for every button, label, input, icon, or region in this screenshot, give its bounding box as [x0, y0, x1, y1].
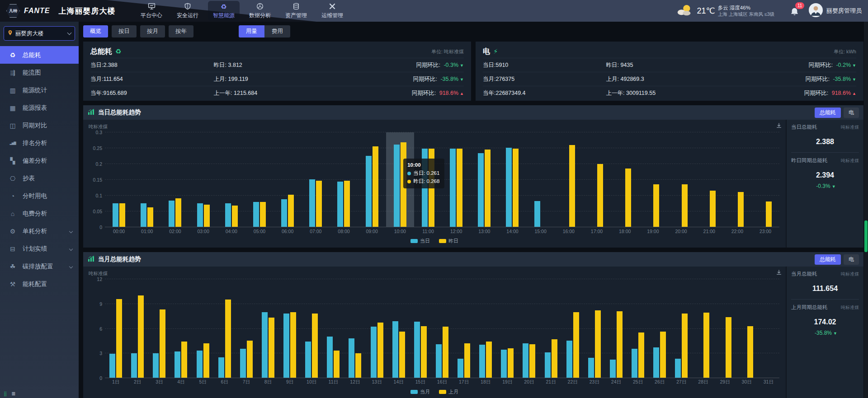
legend-item-上月[interactable]: 上月 — [439, 389, 458, 395]
bar-昨日[interactable] — [457, 149, 462, 227]
bar-group-00:00[interactable] — [105, 132, 133, 227]
bar-昨日[interactable] — [119, 203, 125, 227]
bar-昨日[interactable] — [485, 150, 491, 227]
sidebar-item-6[interactable]: ▂▅▇排名分析 — [0, 134, 79, 152]
chart-unit-button-电[interactable]: 电 — [844, 108, 859, 118]
bar-当月[interactable] — [479, 345, 485, 378]
bar-上月[interactable] — [247, 341, 253, 378]
bar-上月[interactable] — [138, 295, 144, 378]
bar-昨日[interactable] — [232, 206, 238, 227]
chart-unit-button-电[interactable]: 电 — [844, 254, 859, 265]
bar-当月[interactable] — [240, 349, 246, 378]
bar-group-22日[interactable] — [562, 279, 584, 378]
sidebar-item-10[interactable]: ⌂电费分析 — [0, 205, 79, 222]
bar-group-13日[interactable] — [366, 279, 388, 378]
bar-上月[interactable] — [421, 326, 427, 378]
bar-昨日[interactable] — [204, 205, 210, 227]
bar-group-9日[interactable] — [279, 279, 301, 378]
bar-昨日[interactable] — [738, 192, 744, 227]
bar-group-14日[interactable] — [388, 279, 410, 378]
bar-昨日[interactable] — [766, 201, 772, 227]
bar-昨日[interactable] — [625, 169, 631, 227]
sidebar-item-13[interactable]: ☘碳排放配置 — [0, 258, 79, 275]
bar-group-20日[interactable] — [518, 279, 540, 378]
bar-当月[interactable] — [349, 338, 354, 378]
legend-item-当日[interactable]: 当日 — [410, 238, 430, 244]
bar-当月[interactable] — [523, 343, 528, 378]
bar-当日[interactable] — [253, 202, 259, 227]
bar-昨日[interactable] — [513, 149, 519, 227]
bar-上月[interactable] — [617, 311, 623, 378]
bar-group-21:00[interactable] — [695, 132, 723, 227]
bar-上月[interactable] — [638, 332, 644, 378]
bar-昨日[interactable] — [682, 184, 688, 227]
bar-昨日[interactable] — [175, 198, 181, 227]
notification-bell-icon[interactable]: 11 — [790, 4, 802, 18]
bar-group-17日[interactable] — [453, 279, 475, 378]
bar-group-20:00[interactable] — [667, 132, 695, 227]
bar-昨日[interactable] — [316, 181, 322, 227]
bar-group-05:00[interactable] — [245, 132, 274, 227]
bar-上月[interactable] — [203, 343, 209, 378]
legend-item-昨日[interactable]: 昨日 — [439, 238, 458, 244]
nav-item-5[interactable]: 资产管理 — [280, 1, 312, 21]
bar-group-10日[interactable] — [301, 279, 322, 378]
legend-item-当月[interactable]: 当月 — [410, 389, 430, 395]
bar-当月[interactable] — [588, 358, 594, 378]
bar-昨日[interactable] — [373, 146, 378, 227]
bar-group-22:00[interactable] — [723, 132, 751, 227]
nav-item-6[interactable]: 运维管理 — [316, 1, 348, 21]
bar-group-5日[interactable] — [192, 279, 214, 378]
bar-group-27日[interactable] — [670, 279, 692, 378]
bar-group-02:00[interactable] — [161, 132, 189, 227]
nav-item-3[interactable]: ♻智慧能源 — [208, 1, 240, 21]
bar-上月[interactable] — [399, 332, 405, 378]
bar-group-01:00[interactable] — [133, 132, 161, 227]
bar-当日[interactable] — [281, 199, 287, 227]
bar-group-06:00[interactable] — [274, 132, 302, 227]
bar-当月[interactable] — [153, 353, 159, 378]
bar-当日[interactable] — [506, 148, 512, 227]
bar-当日[interactable] — [450, 149, 456, 227]
bar-上月[interactable] — [682, 314, 688, 378]
bar-当月[interactable] — [653, 347, 659, 378]
bar-group-07:00[interactable] — [302, 132, 330, 227]
list-icon[interactable]: ≣ — [11, 391, 15, 397]
bar-group-11日[interactable] — [322, 279, 344, 378]
bar-group-4日[interactable] — [170, 279, 192, 378]
building-selector[interactable]: 丽婴房大楼 — [4, 26, 75, 41]
bar-当月[interactable] — [175, 351, 180, 378]
bar-当月[interactable] — [458, 359, 463, 378]
bar-group-13:00[interactable] — [470, 132, 498, 227]
bar-上月[interactable] — [726, 317, 731, 378]
bar-上月[interactable] — [573, 312, 579, 378]
bar-group-17:00[interactable] — [583, 132, 611, 227]
bar-group-08:00[interactable] — [330, 132, 358, 227]
bar-当日[interactable] — [309, 179, 315, 227]
bar-上月[interactable] — [116, 299, 122, 378]
bar-group-15:00[interactable] — [527, 132, 555, 227]
bar-上月[interactable] — [660, 332, 666, 378]
bar-group-2日[interactable] — [127, 279, 148, 378]
bar-当月[interactable] — [262, 312, 268, 378]
bar-当月[interactable] — [632, 349, 637, 378]
sidebar-item-11[interactable]: ⚙单耗分析 — [0, 222, 79, 240]
bar-昨日[interactable] — [710, 191, 716, 227]
bar-group-7日[interactable] — [236, 279, 257, 378]
bar-group-12日[interactable] — [344, 279, 366, 378]
bar-当日[interactable] — [113, 203, 118, 227]
bar-当日[interactable] — [225, 203, 231, 227]
bar-group-31日[interactable] — [758, 279, 779, 378]
bar-当月[interactable] — [545, 352, 551, 378]
bar-group-25日[interactable] — [627, 279, 649, 378]
bar-当日[interactable] — [534, 201, 540, 227]
user-menu[interactable]: 丽婴房管理员 — [809, 3, 862, 19]
sidebar-item-7[interactable]: ▚偏差分析 — [0, 152, 79, 169]
bar-group-8日[interactable] — [257, 279, 279, 378]
sidebar-item-9[interactable]: ◔分时用电 — [0, 187, 79, 205]
bar-当月[interactable] — [501, 350, 507, 378]
bar-group-15日[interactable] — [410, 279, 431, 378]
bar-昨日[interactable] — [597, 164, 603, 227]
bar-group-18:00[interactable] — [611, 132, 639, 227]
chart-unit-button-总能耗[interactable]: 总能耗 — [815, 108, 841, 118]
